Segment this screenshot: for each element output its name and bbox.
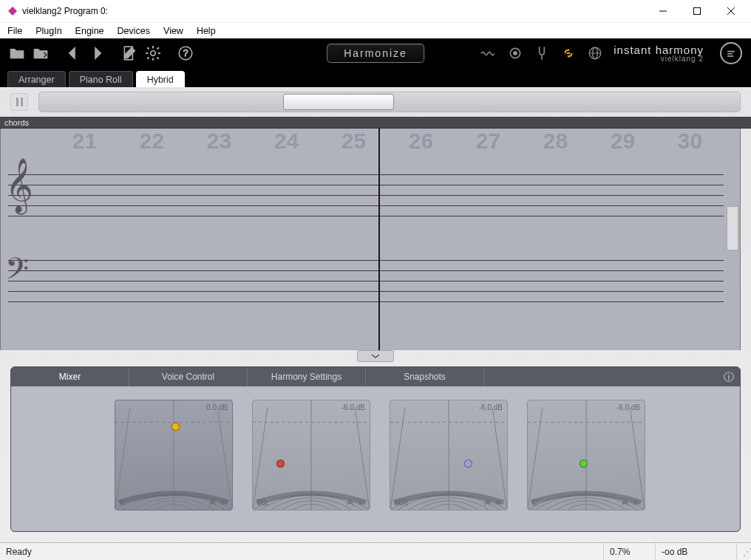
svg-line-27 xyxy=(115,408,130,510)
panel-tab-harmony-settings[interactable]: Harmony Settings xyxy=(248,367,366,386)
mixer-db-label: -6.0 dB xyxy=(341,403,365,412)
mixer-pan-dot[interactable] xyxy=(580,460,588,468)
speaker-icon[interactable] xyxy=(220,499,228,507)
headphones-icon[interactable] xyxy=(483,499,492,507)
globe-icon[interactable] xyxy=(587,45,603,61)
mixer-pan-label: C xyxy=(120,499,125,507)
svg-point-6 xyxy=(151,51,156,56)
status-cpu: 0.7% xyxy=(603,543,655,560)
measure-num: 25 xyxy=(320,129,387,158)
resize-grip-icon[interactable]: ⋰ xyxy=(736,543,751,560)
window-title: vielklang2 Program 0: xyxy=(22,6,646,16)
polar-graph-icon xyxy=(115,400,232,510)
polar-graph-icon xyxy=(253,400,370,510)
mixer-pan-label: C xyxy=(532,499,537,507)
menu-view[interactable]: View xyxy=(163,26,183,36)
harmonize-button[interactable]: Harmonize xyxy=(327,44,424,63)
transport-bar xyxy=(0,87,751,117)
playhead[interactable] xyxy=(378,129,380,350)
menu-engine[interactable]: Engine xyxy=(75,26,104,36)
svg-line-39 xyxy=(528,408,543,510)
view-tabs: Arranger Piano Roll Hybrid xyxy=(0,68,751,87)
target-icon[interactable] xyxy=(507,45,523,61)
svg-line-36 xyxy=(492,408,507,510)
panel-collapse-toggle[interactable] xyxy=(357,350,394,362)
polar-graph-icon xyxy=(528,400,645,510)
headphones-icon[interactable] xyxy=(346,499,354,507)
brand-title: instant harmony xyxy=(614,44,704,55)
save-folder-icon[interactable] xyxy=(33,45,49,61)
treble-clef-icon: 𝄞 xyxy=(5,158,33,213)
mixer-body: 0.0 dBC-6.0 dB66L-6.0 dB66R-6.0 dBC xyxy=(11,386,740,531)
mixer-voice-2[interactable]: -6.0 dB66R xyxy=(390,400,508,511)
bass-clef-icon: 𝄢 xyxy=(5,251,29,295)
headphones-icon[interactable] xyxy=(621,499,629,507)
link-icon[interactable] xyxy=(560,45,577,61)
mixer-pan-label: 66L xyxy=(257,499,270,507)
status-text: Ready xyxy=(0,543,603,560)
panel-tab-voice-control[interactable]: Voice Control xyxy=(129,367,248,386)
edit-icon[interactable] xyxy=(121,45,137,61)
svg-point-18 xyxy=(514,52,517,55)
chords-label: chords xyxy=(0,117,751,129)
menu-devices[interactable]: Devices xyxy=(118,26,150,36)
mixer-pan-dot[interactable] xyxy=(276,460,285,468)
measure-num: 23 xyxy=(186,129,253,158)
measure-num: 22 xyxy=(118,129,186,158)
svg-line-14 xyxy=(147,58,149,59)
brand-label: instant harmony vielklang 2 xyxy=(614,44,704,63)
panel-tab-mixer[interactable]: Mixer xyxy=(11,367,129,386)
back-arrow-icon[interactable] xyxy=(65,45,81,61)
menu-plugin[interactable]: PlugIn xyxy=(35,26,61,36)
speaker-icon[interactable] xyxy=(357,499,365,507)
info-icon[interactable]: ⓘ xyxy=(722,367,740,386)
tuning-fork-icon[interactable] xyxy=(534,45,550,61)
menubar: File PlugIn Engine Devices View Help xyxy=(0,22,751,38)
panel-tabs: Mixer Voice Control Harmony Settings Sna… xyxy=(11,367,740,386)
polar-graph-icon xyxy=(390,400,507,510)
mixer-voice-1[interactable]: -6.0 dB66L xyxy=(252,400,370,511)
mixer-pan-dot[interactable] xyxy=(464,460,472,468)
measure-num: 21 xyxy=(51,129,118,158)
brand-subtitle: vielklang 2 xyxy=(614,55,704,63)
menu-file[interactable]: File xyxy=(7,26,22,36)
mixer-db-label: -6.0 dB xyxy=(479,403,503,412)
svg-marker-0 xyxy=(8,7,17,16)
measure-num: 28 xyxy=(522,129,589,158)
measure-num: 30 xyxy=(656,129,724,158)
mixer-pan-dot[interactable] xyxy=(171,423,180,431)
mixer-voice-3[interactable]: -6.0 dBC xyxy=(527,400,645,511)
tab-piano-roll[interactable]: Piano Roll xyxy=(69,71,133,87)
mixer-voice-0[interactable]: 0.0 dBC xyxy=(115,400,233,511)
bottom-panel: Mixer Voice Control Harmony Settings Sna… xyxy=(10,366,741,532)
close-button[interactable] xyxy=(714,0,748,22)
gear-icon[interactable] xyxy=(145,45,161,61)
svg-rect-2 xyxy=(694,8,701,15)
speaker-icon[interactable] xyxy=(495,499,503,507)
panel-tab-snapshots[interactable]: Snapshots xyxy=(366,367,484,386)
speaker-icon[interactable] xyxy=(632,499,640,507)
maximize-button[interactable] xyxy=(680,0,714,22)
tab-hybrid[interactable]: Hybrid xyxy=(136,71,185,87)
wave-icon[interactable] xyxy=(480,45,497,61)
forward-arrow-icon[interactable] xyxy=(89,45,105,61)
minimize-button[interactable] xyxy=(646,0,680,22)
measure-num: 26 xyxy=(387,129,455,158)
open-folder-icon[interactable] xyxy=(9,45,25,61)
main-area: chords 21 22 23 24 25 26 27 28 29 30 𝄞 𝄢 xyxy=(0,87,751,542)
measure-num: 24 xyxy=(253,129,320,158)
pause-button[interactable] xyxy=(10,93,28,111)
tab-arranger[interactable]: Arranger xyxy=(7,71,66,87)
help-icon[interactable]: ? xyxy=(177,45,194,61)
measure-numbers: 21 22 23 24 25 26 27 28 29 30 xyxy=(51,129,724,158)
score-area[interactable]: 21 22 23 24 25 26 27 28 29 30 𝄞 𝄢 xyxy=(0,129,741,350)
svg-text:?: ? xyxy=(183,48,188,58)
scrub-handle[interactable] xyxy=(283,94,394,110)
headphones-icon[interactable] xyxy=(208,499,217,507)
scrub-track[interactable] xyxy=(38,92,741,112)
svg-line-32 xyxy=(355,408,370,510)
score-scrollbar[interactable] xyxy=(727,206,738,250)
menu-help[interactable]: Help xyxy=(197,26,216,36)
measure-num: 27 xyxy=(455,129,522,158)
svg-line-28 xyxy=(217,408,232,510)
